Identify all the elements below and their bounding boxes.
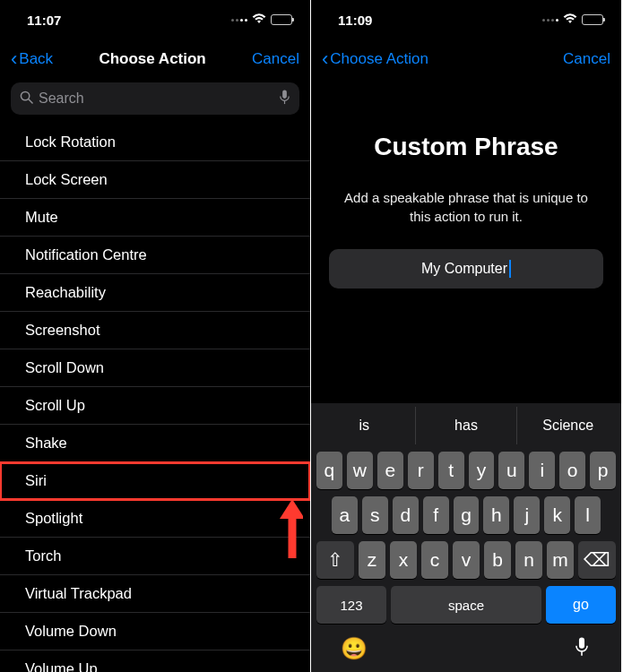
key-e[interactable]: e (377, 452, 403, 489)
search-input[interactable]: Search (11, 82, 299, 115)
page-title: Custom Phrase (374, 133, 558, 161)
mic-icon[interactable] (279, 90, 290, 108)
action-row-torch[interactable]: Torch (0, 538, 310, 575)
status-right (231, 13, 292, 27)
search-icon (20, 90, 33, 108)
nav-bar: ‹ Choose Action Cancel (311, 39, 621, 79)
key-v[interactable]: v (453, 541, 480, 579)
key-go[interactable]: go (546, 586, 616, 624)
key-w[interactable]: w (347, 452, 373, 489)
chevron-left-icon: ‹ (322, 49, 328, 69)
suggestion[interactable]: is (314, 407, 416, 444)
key-s[interactable]: s (362, 496, 388, 534)
key-i[interactable]: i (529, 452, 555, 489)
phrase-value: My Computer (421, 261, 507, 277)
suggestion[interactable]: Science (517, 407, 619, 444)
action-row-spotlight[interactable]: Spotlight (0, 500, 310, 538)
key-n[interactable]: n (515, 541, 542, 579)
back-label: Back (19, 50, 53, 68)
key-b[interactable]: b (484, 541, 511, 579)
emoji-button[interactable]: 😀 (341, 636, 368, 661)
action-list[interactable]: Lock RotationLock ScreenMuteNotification… (0, 124, 310, 672)
action-row-scroll-up[interactable]: Scroll Up (0, 387, 310, 425)
key-c[interactable]: c (421, 541, 448, 579)
phrase-input[interactable]: My Computer (329, 249, 603, 289)
action-row-shake[interactable]: Shake (0, 425, 310, 462)
key-u[interactable]: u (498, 452, 524, 489)
key-m[interactable]: m (547, 541, 574, 579)
key-y[interactable]: y (469, 452, 495, 489)
custom-phrase-content: Custom Phrase Add a speakable phrase tha… (311, 79, 621, 403)
key-j[interactable]: j (514, 496, 540, 534)
key-backspace[interactable]: ⌫ (578, 541, 616, 579)
nav-title: Choose Action (99, 50, 205, 68)
status-bar: 11:07 (0, 0, 310, 39)
key-t[interactable]: t (438, 452, 464, 489)
cellular-icon (231, 19, 247, 22)
wifi-icon (252, 13, 266, 27)
key-numbers[interactable]: 123 (316, 586, 386, 624)
key-a[interactable]: a (332, 496, 358, 534)
text-caret (509, 260, 511, 278)
action-row-siri[interactable]: Siri (0, 462, 310, 500)
key-r[interactable]: r (408, 452, 434, 489)
suggestion-bar: is has Science (314, 407, 619, 444)
screen-choose-action: 11:07 ‹ Back Choose Action Cancel Search (0, 0, 311, 672)
action-row-reachability[interactable]: Reachability (0, 274, 310, 312)
action-row-virtual-trackpad[interactable]: Virtual Trackpad (0, 575, 310, 613)
status-right (542, 13, 603, 27)
action-row-lock-rotation[interactable]: Lock Rotation (0, 124, 310, 161)
key-d[interactable]: d (393, 496, 419, 534)
cancel-button[interactable]: Cancel (252, 50, 299, 68)
status-bar: 11:09 (311, 0, 621, 39)
chevron-left-icon: ‹ (11, 49, 17, 69)
action-row-volume-down[interactable]: Volume Down (0, 613, 310, 650)
key-l[interactable]: l (575, 496, 601, 534)
key-z[interactable]: z (359, 541, 385, 579)
key-o[interactable]: o (559, 452, 585, 489)
key-p[interactable]: p (590, 452, 616, 489)
svg-rect-4 (579, 638, 584, 649)
back-button[interactable]: ‹ Back (11, 49, 53, 69)
wifi-icon (563, 13, 577, 27)
keyboard: is has Science qwertyuiop asdfghjkl ⇧zxc… (311, 403, 621, 672)
back-button[interactable]: ‹ Choose Action (322, 49, 428, 69)
key-q[interactable]: q (316, 452, 342, 489)
action-row-mute[interactable]: Mute (0, 199, 310, 237)
svg-line-1 (29, 99, 32, 102)
key-h[interactable]: h (483, 496, 509, 534)
action-row-lock-screen[interactable]: Lock Screen (0, 161, 310, 199)
key-x[interactable]: x (390, 541, 417, 579)
key-k[interactable]: k (544, 496, 570, 534)
back-label: Choose Action (330, 50, 428, 68)
screen-custom-phrase: 11:09 ‹ Choose Action Cancel Custom Phra… (311, 0, 622, 672)
battery-icon (582, 14, 603, 25)
search-placeholder: Search (39, 90, 279, 107)
status-time: 11:07 (27, 13, 61, 28)
key-g[interactable]: g (454, 496, 480, 534)
dictation-button[interactable] (572, 637, 592, 660)
svg-rect-2 (282, 90, 287, 98)
action-row-notification-centre[interactable]: Notification Centre (0, 237, 310, 274)
status-time: 11:09 (338, 13, 372, 28)
cellular-icon (542, 19, 558, 22)
action-row-volume-up[interactable]: Volume Up (0, 650, 310, 672)
action-row-scroll-down[interactable]: Scroll Down (0, 349, 310, 387)
battery-icon (271, 14, 292, 25)
key-space[interactable]: space (391, 586, 541, 624)
action-row-screenshot[interactable]: Screenshot (0, 312, 310, 349)
cancel-button[interactable]: Cancel (563, 50, 610, 68)
page-subtitle: Add a speakable phrase that is unique to… (329, 188, 603, 226)
key-f[interactable]: f (423, 496, 449, 534)
key-shift[interactable]: ⇧ (316, 541, 354, 579)
suggestion[interactable]: has (416, 407, 518, 444)
nav-bar: ‹ Back Choose Action Cancel (0, 39, 310, 79)
